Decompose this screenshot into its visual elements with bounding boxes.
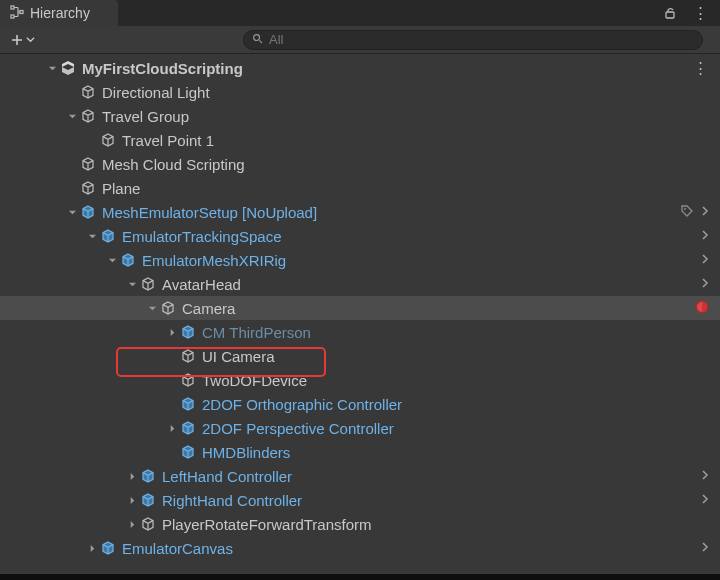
chevron-right-icon[interactable] <box>700 228 710 244</box>
chevron-right-icon[interactable] <box>700 492 710 508</box>
tab-bar: Hierarchy ⋮ <box>0 0 720 26</box>
chevron-right-icon[interactable] <box>700 468 710 484</box>
row-label: Travel Point 1 <box>122 132 214 149</box>
collapse-toggle[interactable] <box>66 112 78 121</box>
row-label: Directional Light <box>102 84 210 101</box>
row-label: CM ThirdPerson <box>202 324 311 341</box>
tree-row[interactable]: Camera <box>0 296 720 320</box>
hierarchy-panel: Hierarchy ⋮ MyFirstCloudScripting⋮Direct… <box>0 0 720 580</box>
prefab-cube-icon <box>120 252 136 268</box>
tree-row[interactable]: CM ThirdPerson <box>0 320 720 344</box>
tree-row[interactable]: MeshEmulatorSetup [NoUpload] <box>0 200 720 224</box>
collapse-toggle[interactable] <box>66 208 78 217</box>
row-label: PlayerRotateForwardTransform <box>162 516 372 533</box>
tree-row[interactable]: TwoDOFDevice <box>0 368 720 392</box>
tree-row[interactable]: RightHand Controller <box>0 488 720 512</box>
prefab-cube-icon <box>100 228 116 244</box>
row-label: Mesh Cloud Scripting <box>102 156 245 173</box>
hierarchy-icon <box>10 5 24 22</box>
chevron-right-icon[interactable] <box>700 276 710 292</box>
gameobject-cube-icon <box>80 156 96 172</box>
collapse-toggle[interactable] <box>86 232 98 241</box>
hierarchy-tree[interactable]: MyFirstCloudScripting⋮Directional LightT… <box>0 54 720 574</box>
toolbar <box>0 26 720 54</box>
gameobject-cube-icon <box>140 516 156 532</box>
panel-menu-button[interactable]: ⋮ <box>683 0 720 26</box>
gameobject-cube-icon <box>160 300 176 316</box>
gameobject-cube-icon <box>80 180 96 196</box>
row-right-controls <box>680 204 720 221</box>
row-label: MyFirstCloudScripting <box>82 60 243 77</box>
svg-rect-2 <box>20 10 23 13</box>
expand-toggle[interactable] <box>166 424 178 433</box>
tree-row[interactable]: MyFirstCloudScripting⋮ <box>0 56 720 80</box>
gameobject-cube-icon <box>100 132 116 148</box>
search-input[interactable] <box>269 32 694 47</box>
tree-row[interactable]: EmulatorCanvas <box>0 536 720 560</box>
search-wrap <box>43 30 720 50</box>
row-label: AvatarHead <box>162 276 241 293</box>
svg-rect-0 <box>11 6 14 9</box>
tree-row[interactable]: Travel Group <box>0 104 720 128</box>
collapse-toggle[interactable] <box>126 280 138 289</box>
collapse-toggle[interactable] <box>146 304 158 313</box>
scene-icon <box>60 60 76 76</box>
tree-row[interactable]: HMDBlinders <box>0 440 720 464</box>
row-right-controls <box>700 228 720 244</box>
gameobject-cube-icon <box>180 348 196 364</box>
expand-toggle[interactable] <box>166 328 178 337</box>
row-right-controls: ⋮ <box>693 59 720 77</box>
collapse-toggle[interactable] <box>106 256 118 265</box>
tree-row[interactable]: Directional Light <box>0 80 720 104</box>
row-menu-icon[interactable]: ⋮ <box>693 59 710 77</box>
lock-button[interactable] <box>657 0 683 26</box>
tab-label: Hierarchy <box>30 5 90 21</box>
tree-row[interactable]: PlayerRotateForwardTransform <box>0 512 720 536</box>
expand-toggle[interactable] <box>126 520 138 529</box>
collapse-toggle[interactable] <box>46 64 58 73</box>
tree-row[interactable]: EmulatorMeshXRIRig <box>0 248 720 272</box>
chevron-down-icon <box>26 35 35 44</box>
expand-toggle[interactable] <box>126 472 138 481</box>
tab-hierarchy[interactable]: Hierarchy <box>0 0 118 26</box>
prefab-cube-icon <box>80 204 96 220</box>
prefab-cube-icon <box>180 396 196 412</box>
chevron-right-icon[interactable] <box>700 540 710 556</box>
tree-row[interactable]: EmulatorTrackingSpace <box>0 224 720 248</box>
search-field[interactable] <box>243 30 703 50</box>
chevron-right-icon[interactable] <box>700 252 710 268</box>
prefab-cube-icon <box>140 468 156 484</box>
prefab-cube-icon <box>180 444 196 460</box>
svg-point-5 <box>684 208 686 210</box>
row-label: HMDBlinders <box>202 444 290 461</box>
prefab-cube-icon <box>100 540 116 556</box>
tree-row[interactable]: Travel Point 1 <box>0 128 720 152</box>
row-label: 2DOF Orthographic Controller <box>202 396 402 413</box>
warning-icon <box>694 299 710 318</box>
prefab-cube-icon <box>140 492 156 508</box>
tree-row[interactable]: AvatarHead <box>0 272 720 296</box>
tree-row[interactable]: 2DOF Orthographic Controller <box>0 392 720 416</box>
row-right-controls <box>700 468 720 484</box>
prefab-cube-icon <box>180 324 196 340</box>
kebab-icon: ⋮ <box>693 4 710 22</box>
expand-toggle[interactable] <box>126 496 138 505</box>
gameobject-cube-icon <box>80 84 96 100</box>
tree-row[interactable]: UI Camera <box>0 344 720 368</box>
prefab-cube-icon <box>180 420 196 436</box>
tree-row[interactable]: Plane <box>0 176 720 200</box>
tree-row[interactable]: 2DOF Perspective Controller <box>0 416 720 440</box>
row-label: MeshEmulatorSetup [NoUpload] <box>102 204 317 221</box>
tree-row[interactable]: LeftHand Controller <box>0 464 720 488</box>
tree-row[interactable]: Mesh Cloud Scripting <box>0 152 720 176</box>
row-right-controls <box>694 299 720 318</box>
gameobject-cube-icon <box>180 372 196 388</box>
chevron-right-icon[interactable] <box>700 204 710 220</box>
bottom-bar <box>0 574 720 580</box>
add-button[interactable] <box>6 31 39 49</box>
row-label: LeftHand Controller <box>162 468 292 485</box>
svg-point-4 <box>254 34 260 40</box>
expand-toggle[interactable] <box>86 544 98 553</box>
row-right-controls <box>700 540 720 556</box>
row-right-controls <box>700 252 720 268</box>
